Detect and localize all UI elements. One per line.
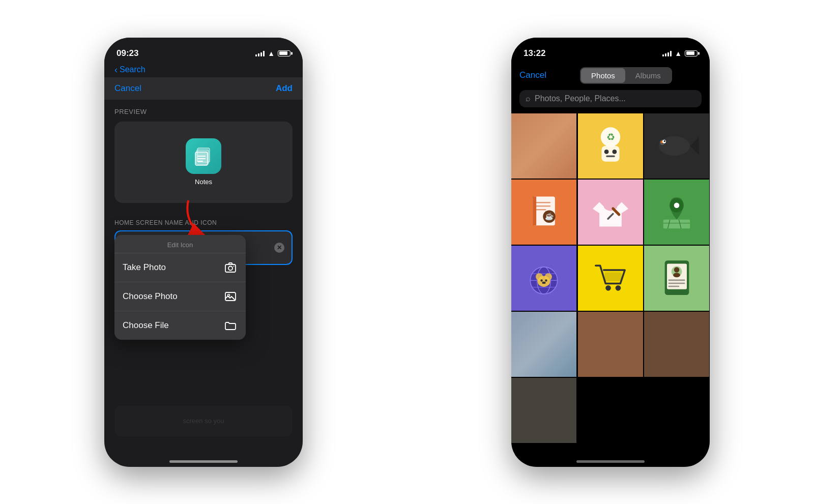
svg-rect-22: [601, 146, 619, 162]
svg-point-31: [664, 140, 666, 142]
shirt-icon: [593, 192, 628, 232]
photo-cell-6[interactable]: [644, 180, 709, 245]
svg-point-55: [538, 276, 550, 286]
cart-icon: [591, 259, 629, 297]
svg-point-16: [228, 266, 232, 270]
wifi-icon: ▲: [268, 49, 275, 57]
choose-photo-label: Choose Photo: [123, 291, 178, 302]
dimmed-text: screen so you: [183, 417, 224, 425]
tab-photos[interactable]: Photos: [581, 68, 625, 83]
svg-point-26: [659, 136, 690, 156]
signal-icon: [255, 50, 265, 56]
svg-point-59: [605, 285, 611, 291]
battery-icon: [278, 50, 290, 56]
add-button[interactable]: Add: [276, 83, 293, 94]
left-phone-container: 09:23 ▲ ‹ Search Ca: [0, 0, 407, 504]
context-menu: Edit Icon Take Photo Choose Photo: [114, 235, 246, 340]
search-bar: ⌕ Photos, People, Places...: [511, 90, 710, 113]
svg-rect-43: [663, 220, 690, 229]
svg-rect-68: [668, 282, 685, 284]
search-input-container[interactable]: ⌕ Photos, People, Places...: [519, 90, 702, 107]
cancel-button[interactable]: Cancel: [114, 83, 141, 94]
app-name-preview-text: Notes: [195, 178, 212, 186]
svg-point-58: [542, 281, 545, 283]
fish-icon: [654, 128, 700, 164]
svg-point-23: [604, 150, 608, 154]
photo-cell-7[interactable]: [511, 246, 576, 311]
take-photo-item[interactable]: Take Photo: [114, 253, 246, 282]
svg-text:☕: ☕: [545, 212, 554, 221]
svg-rect-61: [605, 272, 622, 281]
svg-point-24: [612, 150, 617, 154]
passport-icon: [660, 258, 693, 299]
camera-icon: [223, 260, 238, 275]
photos-nav: Cancel Photos Albums: [511, 63, 710, 90]
right-battery-icon: [685, 50, 697, 56]
app-icon-preview: [186, 138, 221, 174]
folder-icon: [223, 318, 238, 333]
photo-cell-13[interactable]: [511, 378, 576, 443]
search-icon: ⌕: [526, 94, 531, 103]
svg-rect-35: [535, 205, 551, 206]
svg-point-57: [545, 279, 547, 281]
context-menu-title: Edit Icon: [114, 235, 246, 253]
left-time: 09:23: [117, 48, 138, 58]
right-signal-icon: [662, 50, 672, 56]
preview-section: PREVIEW Notes: [104, 100, 303, 211]
clear-button[interactable]: ✕: [274, 243, 284, 253]
action-bar: Cancel Add: [104, 77, 303, 100]
back-button[interactable]: ‹ Search: [114, 65, 146, 74]
photo-cell-3[interactable]: [644, 113, 709, 179]
svg-rect-15: [225, 264, 236, 272]
svg-point-42: [674, 203, 680, 209]
back-chevron-icon: ‹: [114, 65, 118, 74]
dimmed-overlay: screen so you: [114, 406, 293, 436]
photo-cell-5[interactable]: [578, 180, 643, 245]
book-icon: ☕: [526, 192, 562, 232]
svg-rect-69: [668, 285, 679, 287]
home-indicator: [169, 460, 238, 463]
photo-cell-4[interactable]: ☕: [511, 180, 576, 245]
photo-cell-12[interactable]: [644, 312, 709, 377]
svg-rect-25: [606, 155, 615, 157]
svg-rect-33: [533, 196, 536, 225]
photos-cancel-button[interactable]: Cancel: [519, 70, 546, 80]
globe-icon: [524, 258, 564, 299]
character-icon: ♻: [593, 126, 628, 166]
photo-cell-8[interactable]: [578, 246, 643, 311]
back-label: Search: [120, 65, 146, 74]
right-phone-container: 13:22 ▲ Cancel Photos Albums: [407, 0, 814, 504]
right-status-icons: ▲: [662, 49, 697, 57]
svg-rect-36: [535, 209, 546, 210]
svg-point-65: [674, 267, 679, 272]
choose-photo-item[interactable]: Choose Photo: [114, 282, 246, 311]
photo-cell-10[interactable]: [511, 312, 576, 377]
right-phone-frame: 13:22 ▲ Cancel Photos Albums: [511, 38, 710, 467]
svg-point-66: [673, 273, 680, 277]
svg-text:♻: ♻: [606, 131, 615, 142]
choose-file-item[interactable]: Choose File: [114, 311, 246, 340]
svg-point-17: [234, 265, 235, 266]
svg-rect-67: [668, 279, 685, 281]
take-photo-label: Take Photo: [123, 262, 166, 273]
svg-point-60: [616, 285, 621, 291]
photo-cell-9[interactable]: [644, 246, 709, 311]
tab-albums[interactable]: Albums: [625, 68, 671, 83]
photo-icon: [223, 289, 238, 304]
choose-file-label: Choose File: [123, 320, 169, 331]
notes-icon-preview: [193, 146, 214, 166]
left-status-icons: ▲: [255, 49, 290, 57]
photo-cell-1[interactable]: [511, 113, 576, 179]
photo-cell-11[interactable]: [578, 312, 643, 377]
photo-cell-2[interactable]: ♻: [578, 113, 643, 179]
search-placeholder: Photos, People, Places...: [535, 94, 626, 103]
svg-point-56: [540, 279, 542, 281]
photo-grid: ♻: [511, 113, 710, 443]
right-home-indicator: [576, 460, 645, 463]
right-wifi-icon: ▲: [675, 49, 682, 57]
nav-bar: ‹ Search: [104, 63, 303, 77]
left-status-bar: 09:23 ▲: [104, 38, 303, 63]
map-icon: [659, 193, 694, 231]
right-time: 13:22: [524, 48, 545, 58]
tab-group: Photos Albums: [550, 67, 702, 84]
